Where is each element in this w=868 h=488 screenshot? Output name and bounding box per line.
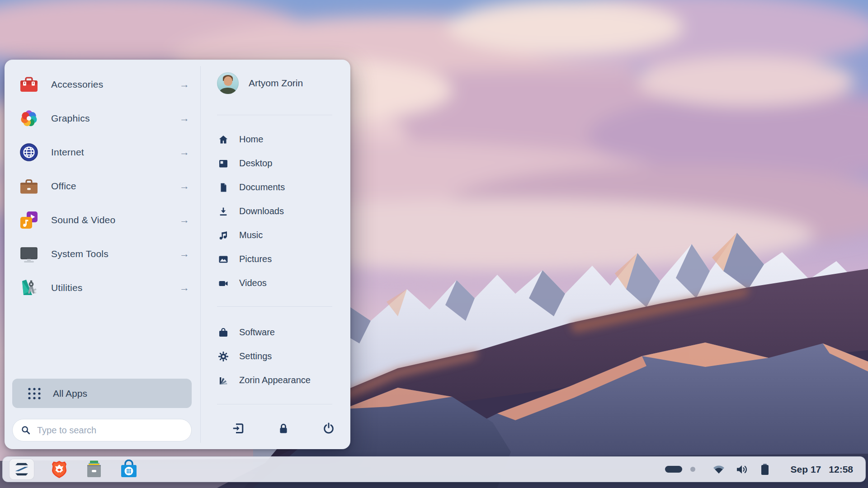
place-desktop[interactable]: Desktop bbox=[218, 151, 343, 175]
app-menu-panel: Accessories → Graphics → bbox=[5, 60, 350, 449]
log-out-button[interactable] bbox=[231, 421, 246, 436]
wifi-status-button[interactable] bbox=[712, 464, 725, 475]
zorin-menu-button[interactable] bbox=[9, 459, 34, 480]
gear-icon bbox=[218, 351, 229, 362]
category-label: Graphics bbox=[51, 113, 179, 124]
taskbar-time[interactable]: 12:58 bbox=[829, 464, 853, 475]
place-label: Home bbox=[239, 134, 263, 145]
taskbar: Sep 17 12:58 bbox=[2, 456, 866, 482]
files-button[interactable] bbox=[84, 460, 104, 479]
lock-icon bbox=[277, 422, 290, 435]
arrow-right-icon: → bbox=[179, 146, 189, 158]
system-shortcuts: Software bbox=[218, 320, 343, 392]
category-label: Sound & Video bbox=[51, 215, 179, 225]
category-accessories[interactable]: Accessories → bbox=[5, 67, 200, 101]
battery-button[interactable] bbox=[760, 463, 770, 476]
globe-icon bbox=[19, 142, 39, 162]
category-system-tools[interactable]: System Tools → bbox=[5, 237, 200, 271]
category-label: System Tools bbox=[51, 249, 179, 259]
menu-item-label: Software bbox=[239, 327, 275, 338]
menu-item-software[interactable]: Software bbox=[218, 320, 343, 344]
all-apps-label: All Apps bbox=[53, 388, 87, 399]
menu-item-zorin-appearance[interactable]: Zorin Appearance bbox=[218, 368, 343, 392]
desktop: Accessories → Graphics → bbox=[0, 0, 868, 488]
lock-button[interactable] bbox=[276, 421, 291, 436]
category-label: Accessories bbox=[51, 79, 179, 90]
workspace-indicator-inactive[interactable] bbox=[690, 467, 695, 472]
wifi-icon bbox=[712, 464, 725, 475]
category-label: Utilities bbox=[51, 282, 179, 293]
arrow-right-icon: → bbox=[179, 248, 189, 260]
place-music[interactable]: Music bbox=[218, 223, 343, 247]
arrow-right-icon: → bbox=[179, 113, 189, 124]
user-account[interactable]: Artyom Zorin bbox=[217, 72, 303, 94]
software-bag-icon bbox=[218, 327, 229, 338]
workspace-indicator-active[interactable] bbox=[665, 466, 682, 473]
picture-icon bbox=[218, 254, 229, 265]
place-label: Music bbox=[239, 230, 263, 240]
place-documents[interactable]: Documents bbox=[218, 175, 343, 199]
menu-item-label: Zorin Appearance bbox=[239, 375, 311, 385]
music-icon bbox=[218, 230, 229, 241]
places-column: Artyom Zorin Home Desktop bbox=[201, 60, 350, 449]
volume-button[interactable] bbox=[736, 464, 749, 475]
utilities-icon bbox=[19, 278, 39, 298]
category-label: Office bbox=[51, 181, 179, 192]
power-button[interactable] bbox=[321, 421, 336, 436]
arrow-right-icon: → bbox=[179, 282, 189, 294]
divider bbox=[217, 404, 332, 404]
arrow-right-icon: → bbox=[179, 180, 189, 192]
video-camera-icon bbox=[218, 278, 229, 289]
home-icon bbox=[218, 134, 229, 145]
software-store-button[interactable] bbox=[119, 460, 139, 479]
menu-item-label: Settings bbox=[239, 351, 272, 361]
category-office[interactable]: Office → bbox=[5, 169, 200, 203]
toolbox-icon bbox=[19, 75, 39, 94]
place-videos[interactable]: Videos bbox=[218, 271, 343, 295]
category-label: Internet bbox=[51, 147, 179, 158]
media-icon bbox=[19, 210, 39, 230]
place-label: Videos bbox=[239, 278, 267, 288]
download-icon bbox=[218, 206, 229, 217]
category-sound-video[interactable]: Sound & Video → bbox=[5, 203, 200, 237]
user-name: Artyom Zorin bbox=[249, 78, 303, 89]
taskbar-date[interactable]: Sep 17 bbox=[791, 464, 821, 475]
zorin-appearance-icon bbox=[218, 375, 229, 386]
place-label: Downloads bbox=[239, 206, 284, 216]
briefcase-icon bbox=[19, 176, 39, 196]
search-input[interactable] bbox=[37, 425, 184, 436]
search-box[interactable] bbox=[12, 419, 192, 441]
log-out-icon bbox=[231, 422, 245, 435]
place-pictures[interactable]: Pictures bbox=[218, 247, 343, 271]
file-manager-icon bbox=[84, 460, 104, 479]
search-icon bbox=[21, 425, 31, 435]
place-home[interactable]: Home bbox=[218, 127, 343, 151]
speaker-icon bbox=[736, 464, 749, 475]
divider bbox=[217, 306, 332, 307]
divider bbox=[217, 115, 332, 115]
category-graphics[interactable]: Graphics → bbox=[5, 101, 200, 135]
software-store-icon bbox=[119, 460, 139, 479]
arrow-right-icon: → bbox=[179, 79, 189, 90]
all-apps-button[interactable]: All Apps bbox=[12, 379, 192, 408]
brave-browser-button[interactable] bbox=[49, 460, 69, 479]
category-column: Accessories → Graphics → bbox=[5, 60, 200, 449]
zorin-logo-icon bbox=[12, 460, 31, 479]
desktop-icon bbox=[218, 158, 229, 169]
places-list: Home Desktop Documents bbox=[218, 127, 343, 295]
place-downloads[interactable]: Downloads bbox=[218, 199, 343, 223]
user-avatar bbox=[217, 72, 239, 94]
arrow-right-icon: → bbox=[179, 214, 189, 226]
place-label: Pictures bbox=[239, 254, 272, 264]
session-controls bbox=[231, 419, 336, 437]
graphics-pinwheel-icon bbox=[19, 108, 39, 128]
power-icon bbox=[322, 422, 335, 435]
place-label: Desktop bbox=[239, 158, 272, 169]
system-tray: Sep 17 12:58 bbox=[665, 463, 865, 476]
brave-icon bbox=[49, 460, 69, 479]
category-utilities[interactable]: Utilities → bbox=[5, 271, 200, 305]
apps-grid-icon bbox=[28, 387, 41, 400]
category-internet[interactable]: Internet → bbox=[5, 135, 200, 169]
menu-item-settings[interactable]: Settings bbox=[218, 344, 343, 368]
battery-icon bbox=[760, 463, 770, 476]
